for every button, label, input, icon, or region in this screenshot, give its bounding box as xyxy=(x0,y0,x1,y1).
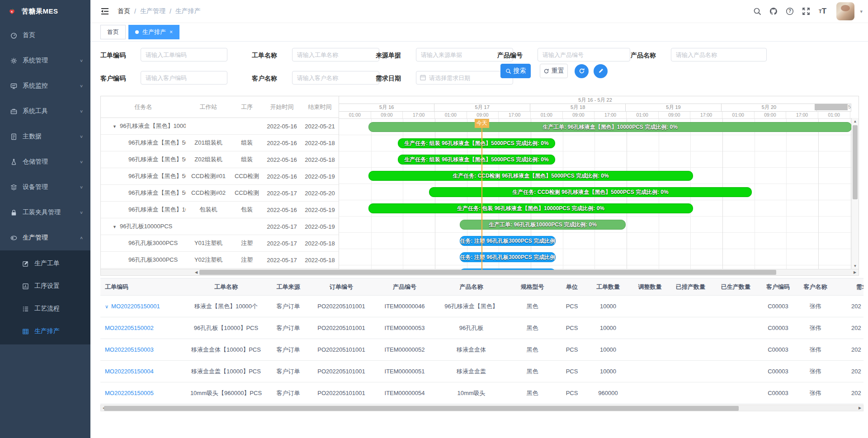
table-horizontal-scrollbar[interactable]: ◀ ▶ xyxy=(100,405,863,411)
gantt-task-row[interactable]: ▼96孔孔板10000PCS2022-05-172022-05-19 xyxy=(101,218,339,235)
chevron-down-icon[interactable]: ▾ xyxy=(860,9,863,14)
gantt-horizontal-scrollbar[interactable]: ◀ ▶ xyxy=(101,269,859,275)
gantt-vertical-scrollbar[interactable]: ▲ ▼ xyxy=(851,118,859,269)
scroll-right-arrow-icon[interactable]: ▶ xyxy=(852,269,858,275)
sidebar-subitem-process-flow[interactable]: 工艺流程 xyxy=(0,297,90,320)
gantt-task-row[interactable]: 96孔移液盒【黑色】5000PCSZ02组装机组装2022-05-162022-… xyxy=(101,151,339,168)
order-code-link[interactable]: MO202205150005 xyxy=(105,390,154,396)
filter-field-customer-code: 客户编码 xyxy=(100,71,227,85)
sidebar-subitem-work-order[interactable]: 生产工单 xyxy=(0,252,90,275)
collapse-caret-icon[interactable]: ▼ xyxy=(113,124,117,129)
sidebar-item-system-management[interactable]: 系统管理∨ xyxy=(0,48,90,73)
table-col-header: 订单编号 xyxy=(310,278,373,296)
tab-home[interactable]: 首页 xyxy=(100,25,126,39)
demand-date-input[interactable] xyxy=(416,71,513,85)
search-button[interactable]: 搜索 xyxy=(500,64,531,78)
search-icon[interactable] xyxy=(751,5,763,17)
order-name-cell: 移液盒盒盖【10000】PCS xyxy=(185,361,267,382)
expand-caret-icon[interactable]: ∨ xyxy=(105,304,108,309)
order-code-link[interactable]: MO202205150002 xyxy=(105,325,154,331)
github-icon[interactable] xyxy=(768,5,779,17)
product-name-input[interactable] xyxy=(671,48,767,61)
task-end-cell: 2022-05-20 xyxy=(301,190,339,197)
gantt-bar-task[interactable]: 生产任务: CCD检测 96孔移液盒【黑色】5000PCS 完成比例: 0% xyxy=(429,187,752,197)
close-icon[interactable]: × xyxy=(170,29,173,35)
gantt-task-row[interactable]: 96孔移液盒【黑色】10000PCS包装机包装2022-05-162022-05… xyxy=(101,202,339,218)
scheduled-qty-cell xyxy=(669,339,712,361)
scroll-right-arrow-icon[interactable]: ▶ xyxy=(857,405,863,411)
order-code-link[interactable]: MO202205150004 xyxy=(105,368,154,375)
gantt-bar-task[interactable]: 生产任务: 组装 96孔移液盒【黑色】5000PCS 完成比例: 0% xyxy=(398,155,555,165)
gantt-bar-task-blue[interactable]: 生产任务: 注塑 96孔孔板3000PCS 完成比例: 0% xyxy=(460,236,556,246)
gantt-hscroll-thumb[interactable] xyxy=(199,270,776,275)
work-order-code-input[interactable] xyxy=(141,48,227,61)
reset-button[interactable]: 重置 xyxy=(540,64,568,78)
timeline-top-scrollbar-thumb[interactable] xyxy=(815,104,848,110)
product-code-input[interactable] xyxy=(538,48,630,61)
monitor-icon xyxy=(10,82,17,89)
sidebar-subitem-production-scheduling[interactable]: 生产排产 xyxy=(0,320,90,343)
gantt-bar-task-blue[interactable]: 生产任务: 注塑 96孔孔板3000PCS 完成比例: 0% xyxy=(460,252,556,262)
spec-cell: 黑色 xyxy=(506,296,558,317)
timeline-hour-cell: 01:00 xyxy=(722,112,755,118)
refresh-circle-button[interactable] xyxy=(575,64,589,78)
gantt-task-row[interactable]: 96孔移液盒【黑色】5000PCSCCD检测#01CCD检测2022-05-16… xyxy=(101,168,339,185)
app-logo[interactable]: K 苦糖果MES xyxy=(0,0,90,23)
gantt-bar-task[interactable]: 生产任务: 组装 96孔移液盒【黑色】5000PCS 完成比例: 0% xyxy=(398,138,555,148)
table-hscroll-thumb[interactable] xyxy=(104,406,739,411)
collapse-caret-icon[interactable]: ▼ xyxy=(113,225,117,229)
tab-production-scheduling[interactable]: 生产排产× xyxy=(128,25,179,39)
gantt-task-row[interactable]: 96孔移液盒【黑色】5000PCSCCD检测#02CCD检测2022-05-17… xyxy=(101,185,339,202)
sidebar-item-master-data[interactable]: 主数据∨ xyxy=(0,124,90,149)
sidebar-item-production-management[interactable]: 生产管理∧ xyxy=(0,225,90,250)
scroll-up-arrow-icon[interactable]: ▲ xyxy=(852,118,859,124)
timeline-day-cell: 5月 16 xyxy=(339,104,434,111)
sidebar-item-label: 系统管理 xyxy=(23,57,80,65)
gantt-bar-task[interactable]: 生产任务: CCD检测 96孔移液盒【黑色】5000PCS 完成比例: 0% xyxy=(368,171,693,181)
order-code-link[interactable]: MO202205150001 xyxy=(111,303,160,310)
sidebar-item-label: 生产管理 xyxy=(23,234,80,242)
fullscreen-icon[interactable] xyxy=(800,5,812,17)
sidebar-item-label: 主数据 xyxy=(23,132,80,141)
task-name-cell: 96孔移液盒【黑色】5000PCS xyxy=(101,139,186,147)
gantt-task-row[interactable]: 96孔孔板3000PCSY02注塑机注塑2022-05-172022-05-18 xyxy=(101,252,339,268)
gantt-bar-workorder[interactable]: 生产工单: 96孔移液盒【黑色】10000PCS 完成比例: 0% xyxy=(368,122,851,132)
scroll-left-arrow-icon[interactable]: ◀ xyxy=(193,269,199,275)
gantt-bar-task-blue[interactable]: 生产任务: 注塑 96孔孔板3000PCS 完成比例: 0% xyxy=(460,268,556,270)
gantt-bar-task[interactable]: 生产任务: 包装 96孔移液盒【黑色】10000PCS 完成比例: 0% xyxy=(368,203,693,213)
table-row[interactable]: MO202205150003移液盒盒体【10000】PCS客户订单PO20220… xyxy=(100,339,863,361)
gantt-task-row[interactable]: 96孔孔板3000PCSY01注塑机注塑2022-05-172022-05-18 xyxy=(101,235,339,252)
scroll-down-arrow-icon[interactable]: ▼ xyxy=(852,263,859,269)
gantt-vscroll-thumb[interactable] xyxy=(853,125,858,199)
customer-code-input[interactable] xyxy=(141,71,227,85)
timeline-hour-cell: 01:00 xyxy=(435,112,467,118)
gantt-task-row[interactable]: ▼96孔移液盒【黑色】10000PCS2022-05-162022-05-21 xyxy=(101,118,339,135)
customer-name-input[interactable] xyxy=(292,71,379,85)
sidebar-item-system-monitor[interactable]: 系统监控∨ xyxy=(0,73,90,99)
sidebar-item-home[interactable]: 首页 xyxy=(0,23,90,48)
edit-circle-button[interactable] xyxy=(594,64,608,78)
sidebar-item-equipment-management[interactable]: 设备管理∨ xyxy=(0,174,90,200)
breadcrumb-item[interactable]: 生产排产 xyxy=(175,7,201,15)
user-avatar[interactable] xyxy=(836,2,854,20)
gantt-bar-workorder[interactable]: 生产工单: 96孔孔板10000PCS 完成比例: 0% xyxy=(460,220,626,230)
filter-field-product-code: 产品编号 xyxy=(497,48,630,62)
work-order-name-input[interactable] xyxy=(292,48,379,61)
table-row[interactable]: MO20220515000510mm吸头【960000】PCS客户订单PO202… xyxy=(100,382,863,404)
sidebar-item-system-tools[interactable]: 系统工具∨ xyxy=(0,99,90,124)
table-row[interactable]: MO20220515000296孔孔板【10000】PCS客户订单PO20220… xyxy=(100,317,863,339)
question-icon[interactable]: ? xyxy=(784,5,796,17)
task-name: 96孔移液盒【黑色】10000PCS xyxy=(128,206,186,213)
table-row[interactable]: ∨MO202205150001移液盒【黑色】10000个客户订单PO202205… xyxy=(100,296,863,317)
sidebar-item-fixture-management[interactable]: 工装夹具管理∨ xyxy=(0,200,90,225)
table-row[interactable]: MO202205150004移液盒盒盖【10000】PCS客户订单PO20220… xyxy=(100,361,863,382)
sidebar-subitem-process-settings[interactable]: 工序设置 xyxy=(0,275,90,297)
sidebar-item-warehouse-management[interactable]: 仓储管理∨ xyxy=(0,149,90,174)
app-title: 苦糖果MES xyxy=(22,7,58,16)
order-code-link[interactable]: MO202205150003 xyxy=(105,346,154,353)
breadcrumb-item[interactable]: 生产管理 xyxy=(140,7,165,15)
font-size-icon[interactable]: TT xyxy=(816,5,828,17)
gantt-task-row[interactable]: 96孔移液盒【黑色】5000PCSZ01组装机组装2022-05-162022-… xyxy=(101,135,339,151)
gantt-col-header: 开始时间 xyxy=(263,103,301,111)
sidebar-toggle-icon[interactable] xyxy=(100,7,109,16)
